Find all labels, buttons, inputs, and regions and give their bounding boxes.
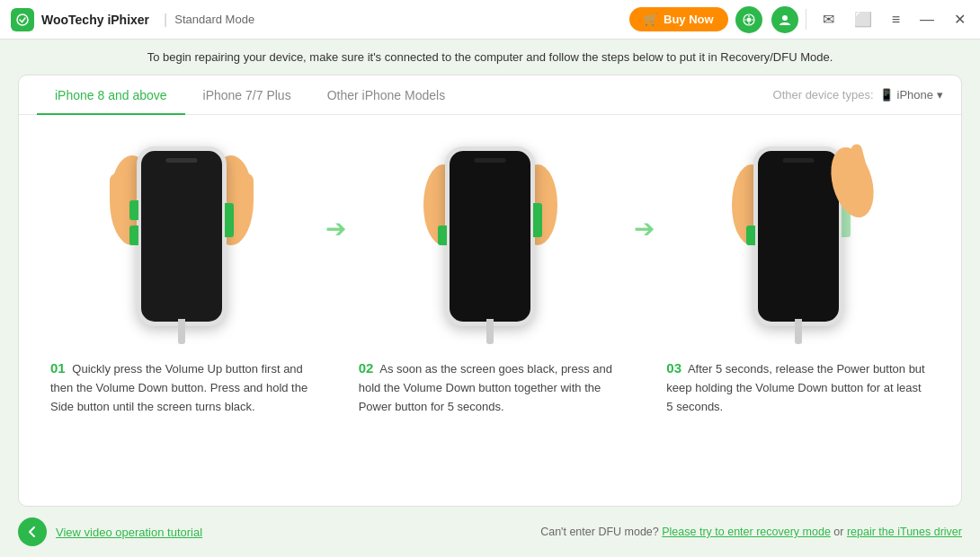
buy-now-button[interactable]: 🛒 Buy Now [629, 7, 728, 31]
svg-point-18 [824, 143, 880, 223]
arrow-1: ➔ [318, 124, 354, 243]
video-tutorial-link[interactable]: View video operation tutorial [56, 526, 202, 539]
window-controls: ✉ ⬜ ≡ — ✕ [806, 9, 969, 30]
menu-button[interactable]: ≡ [888, 10, 904, 30]
step-1: 01 Quickly press the Volume Up button fi… [46, 124, 318, 417]
device-icon: 📱 [879, 88, 894, 102]
tab-iphone7[interactable]: iPhone 7/7 Plus [185, 75, 309, 115]
app-name: WooTechy iPhixer [41, 13, 149, 27]
main-card: iPhone 8 and above iPhone 7/7 Plus Other… [18, 75, 962, 507]
svg-rect-10 [239, 173, 254, 205]
svg-point-0 [17, 14, 28, 25]
minimize-button[interactable]: — [916, 10, 938, 30]
step-2-desc: 02 As soon as the screen goes black, pre… [354, 349, 627, 417]
dropdown-chevron: ▾ [937, 88, 943, 102]
or-text: or [833, 526, 847, 538]
recovery-mode-link[interactable]: Please try to enter recovery mode [662, 526, 831, 538]
cant-enter-text: Can't enter DFU mode? [540, 526, 662, 538]
device-type-label: Other device types: [773, 88, 874, 102]
info-banner: To begin repairing your device, make sur… [0, 40, 980, 75]
svg-rect-15 [534, 172, 547, 204]
app-logo [11, 8, 34, 31]
svg-rect-5 [123, 164, 138, 200]
main-content: To begin repairing your device, make sur… [0, 40, 980, 557]
svg-point-2 [746, 17, 751, 22]
svg-rect-17 [741, 170, 753, 202]
footer-right: Can't enter DFU mode? Please try to ente… [540, 526, 962, 538]
message-button[interactable]: ✉ [819, 9, 838, 30]
close-button[interactable]: ✕ [950, 9, 969, 30]
svg-rect-9 [226, 164, 240, 200]
tab-iphone8[interactable]: iPhone 8 and above [37, 75, 185, 115]
music-icon-button[interactable] [735, 6, 762, 33]
title-divider: | [164, 12, 167, 28]
footer: View video operation tutorial Can't ente… [0, 507, 980, 557]
step-2: 02 As soon as the screen goes black, pre… [354, 124, 627, 417]
arrow-2: ➔ [626, 124, 662, 243]
step-1-desc: 01 Quickly press the Volume Up button fi… [46, 349, 318, 417]
title-bar: WooTechy iPhixer | Standard Mode 🛒 Buy N… [0, 0, 980, 40]
device-type-selector[interactable]: Other device types: 📱 iPhone ▾ [773, 88, 943, 102]
step-1-visual [105, 124, 258, 349]
tabs-bar: iPhone 8 and above iPhone 7/7 Plus Other… [19, 75, 961, 115]
footer-left: View video operation tutorial [18, 517, 202, 546]
user-icon-button[interactable] [771, 6, 798, 33]
step-3-visual [722, 124, 875, 349]
chat-button[interactable]: ⬜ [851, 9, 876, 30]
step-2-visual [414, 124, 566, 349]
itunes-link[interactable]: repair the iTunes driver [847, 526, 962, 538]
svg-point-3 [782, 15, 788, 21]
device-type-dropdown[interactable]: 📱 iPhone ▾ [879, 88, 943, 102]
mode-label: Standard Mode [174, 13, 254, 26]
selected-device: iPhone [897, 88, 933, 102]
back-button[interactable] [18, 517, 47, 546]
tab-other-models[interactable]: Other iPhone Models [309, 75, 464, 115]
step-3-desc: 03 After 5 seconds, release the Power bu… [662, 349, 934, 417]
svg-rect-6 [110, 173, 124, 205]
step-3: 03 After 5 seconds, release the Power bu… [662, 124, 934, 417]
